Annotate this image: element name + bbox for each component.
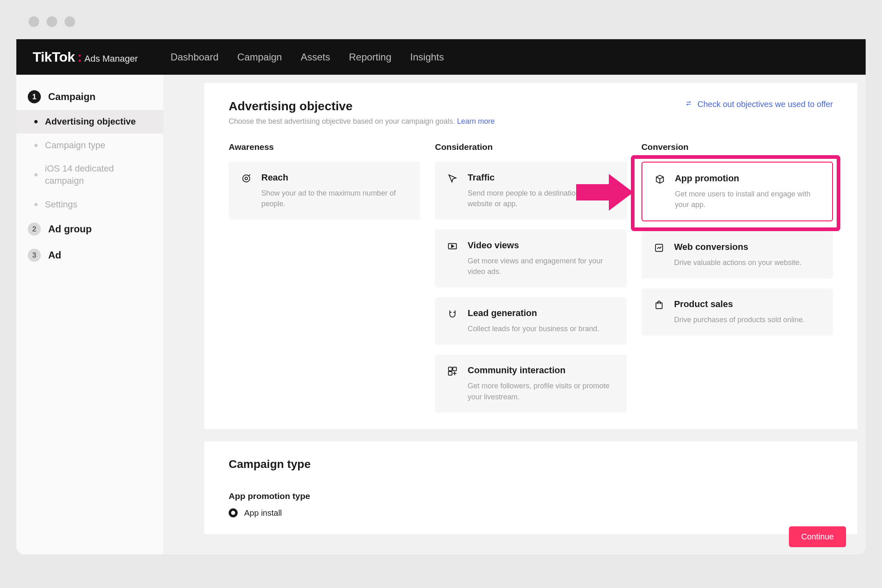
step-label: Campaign	[48, 91, 96, 102]
brand-logo: TikTok	[33, 49, 75, 65]
step-ad[interactable]: 3 Ad	[16, 242, 163, 268]
window-controls	[16, 8, 866, 39]
radio-icon	[229, 508, 238, 517]
column-conversion-title: Conversion	[641, 142, 833, 152]
panel-title: Advertising objective	[229, 99, 494, 113]
card-video-views[interactable]: Video views Get more views and engagemen…	[435, 229, 626, 287]
magnet-icon	[446, 308, 459, 320]
card-community-interaction[interactable]: Community interaction Get more followers…	[435, 354, 626, 412]
step-campaign[interactable]: 1 Campaign	[16, 84, 163, 110]
brand-subtitle: Ads Manager	[85, 53, 138, 64]
radio-app-install[interactable]: App install	[229, 508, 833, 518]
conversion-icon	[653, 242, 665, 254]
bullet-icon	[34, 173, 38, 176]
card-desc: Drive purchases of products sold online.	[674, 314, 822, 325]
bullet-icon	[34, 120, 38, 123]
card-desc: Get more followers, profile visits or pr…	[468, 381, 615, 402]
card-desc: Show your ad to the maximum number of pe…	[261, 188, 409, 209]
objective-panel: Advertising objective Choose the best ad…	[204, 83, 858, 429]
window-dot	[65, 16, 75, 27]
card-title: Community interaction	[468, 365, 615, 376]
bullet-icon	[34, 203, 38, 206]
sidebar-item-label: iOS 14 dedicated campaign	[45, 163, 152, 187]
card-title: Product sales	[674, 299, 822, 310]
sidebar-item-label: Campaign type	[45, 139, 105, 151]
svg-point-1	[245, 177, 248, 180]
nav-campaign[interactable]: Campaign	[237, 51, 282, 63]
card-traffic[interactable]: Traffic Send more people to a destinatio…	[435, 162, 626, 220]
card-web-conversions[interactable]: Web conversions Drive valuable actions o…	[641, 231, 833, 278]
card-reach[interactable]: Reach Show your ad to the maximum number…	[229, 162, 420, 220]
top-nav: TikTok: Ads Manager Dashboard Campaign A…	[16, 39, 866, 75]
step-number-2: 2	[28, 223, 41, 236]
learn-more-link[interactable]: Learn more	[457, 117, 494, 125]
bullet-icon	[34, 144, 38, 147]
nav-dashboard[interactable]: Dashboard	[171, 51, 218, 63]
card-app-promotion[interactable]: App promotion Get more users to install …	[641, 162, 833, 221]
brand-colon-icon: :	[77, 49, 82, 65]
card-title: Reach	[261, 172, 409, 183]
panel-subtitle: Choose the best advertising objective ba…	[229, 117, 494, 126]
legacy-objectives-link[interactable]: Check out objectives we used to offer	[685, 99, 833, 109]
column-awareness-title: Awareness	[229, 142, 420, 152]
card-lead-generation[interactable]: Lead generation Collect leads for your b…	[435, 297, 626, 345]
step-label: Ad	[48, 249, 61, 261]
radio-label: App install	[244, 508, 282, 518]
svg-rect-4	[453, 368, 457, 371]
card-title: Traffic	[468, 172, 615, 183]
nav-assets[interactable]: Assets	[301, 51, 330, 63]
card-desc: Drive valuable actions on your website.	[674, 257, 822, 268]
sidebar-item-campaign-type[interactable]: Campaign type	[16, 134, 163, 157]
sidebar-item-label: Settings	[45, 198, 78, 211]
sidebar-item-settings[interactable]: Settings	[16, 193, 163, 216]
swap-icon	[685, 99, 693, 109]
shopping-icon	[653, 299, 665, 311]
svg-rect-7	[656, 303, 662, 309]
window-dot	[47, 16, 57, 27]
field-label: App promotion type	[229, 491, 833, 501]
card-desc: Get more users to install and engage wit…	[675, 189, 821, 210]
card-title: App promotion	[675, 173, 821, 184]
card-desc: Collect leads for your business or brand…	[468, 323, 615, 334]
sidebar-item-objective[interactable]: Advertising objective	[16, 110, 163, 134]
sidebar: 1 Campaign Advertising objective Campaig…	[16, 75, 163, 555]
svg-rect-3	[449, 368, 452, 371]
continue-button[interactable]: Continue	[789, 526, 846, 547]
reach-icon	[240, 172, 252, 185]
step-label: Ad group	[48, 223, 92, 235]
community-icon	[446, 365, 459, 377]
window-dot	[29, 16, 39, 27]
step-number-1: 1	[28, 90, 41, 103]
cube-icon	[654, 173, 666, 185]
brand: TikTok: Ads Manager	[33, 49, 138, 65]
card-title: Web conversions	[674, 242, 822, 252]
main-content: Advertising objective Choose the best ad…	[163, 75, 866, 555]
nav-insights[interactable]: Insights	[410, 51, 444, 63]
sidebar-item-ios[interactable]: iOS 14 dedicated campaign	[16, 157, 163, 192]
sidebar-item-label: Advertising objective	[45, 116, 136, 128]
card-desc: Get more views and engagement for your v…	[468, 256, 615, 277]
step-ad-group[interactable]: 2 Ad group	[16, 216, 163, 242]
campaign-type-panel: Campaign type App promotion type App ins…	[204, 441, 858, 534]
card-title: Lead generation	[468, 308, 615, 318]
nav-menu: Dashboard Campaign Assets Reporting Insi…	[171, 51, 444, 63]
nav-reporting[interactable]: Reporting	[349, 51, 391, 63]
card-title: Video views	[468, 240, 615, 251]
card-product-sales[interactable]: Product sales Drive purchases of product…	[641, 288, 833, 336]
section-title: Campaign type	[229, 458, 833, 471]
link-label: Check out objectives we used to offer	[697, 100, 833, 109]
cursor-icon	[446, 172, 459, 185]
card-desc: Send more people to a destination on you…	[468, 188, 615, 209]
video-icon	[446, 240, 459, 252]
svg-rect-5	[449, 372, 452, 376]
column-consideration-title: Consideration	[435, 142, 626, 152]
step-number-3: 3	[28, 249, 41, 262]
